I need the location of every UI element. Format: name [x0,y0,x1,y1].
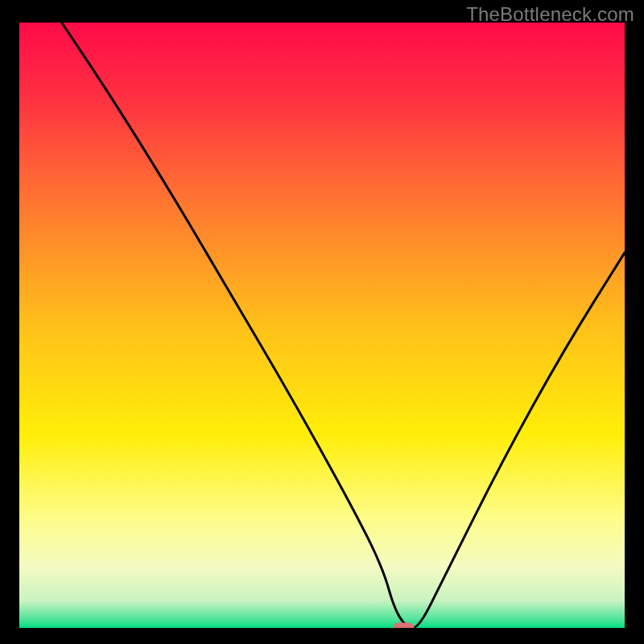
gradient-background [19,23,625,628]
optimal-marker [394,623,415,629]
chart-svg [19,23,625,628]
plot-area [19,23,625,628]
chart-frame: TheBottleneck.com [0,0,644,644]
